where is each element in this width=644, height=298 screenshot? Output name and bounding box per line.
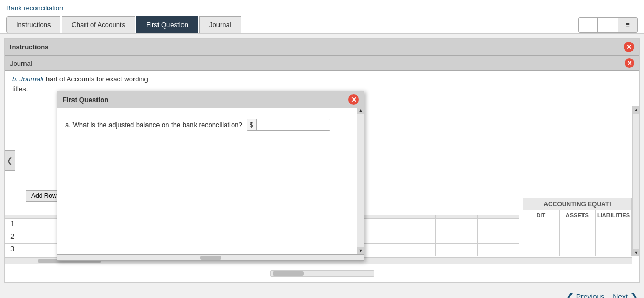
previous-label: Previous (576, 293, 604, 298)
breadcrumb-link[interactable]: Bank reconciliation (6, 4, 63, 12)
top-bar: Bank reconciliation Instructions Chart o… (0, 0, 644, 34)
modal-scrollbar[interactable]: ▲ ▼ (357, 107, 364, 254)
col-credit-header (478, 215, 519, 218)
modal-scroll-up[interactable]: ▲ (357, 107, 364, 114)
modal-header: First Question ✕ (57, 91, 364, 108)
right-scrollbar[interactable]: ▲ ▼ (632, 106, 639, 256)
modal-body: a. What is the adjusted balance on the b… (57, 108, 364, 254)
toolbar-box-1 (579, 18, 598, 32)
journal-close-button[interactable]: ✕ (625, 58, 634, 68)
next-arrow-icon: ❯ (630, 291, 638, 298)
eq-data-row-3 (523, 244, 632, 256)
col-debit-header (436, 215, 478, 218)
eq-data-row-1 (523, 220, 632, 232)
journal-sub-tab-label: Journal (10, 59, 32, 67)
col-dit: DIT (523, 210, 560, 220)
left-panel-arrow[interactable]: ❮ (5, 150, 15, 171)
first-question-modal: First Question ✕ a. What is the adjusted… (57, 91, 364, 261)
modal-scroll-down[interactable]: ▼ (357, 247, 364, 254)
instructions-title: Instructions (10, 43, 48, 51)
prev-arrow-icon: ❮ (566, 291, 574, 298)
menu-lines-icon: ≡ (626, 21, 630, 29)
modal-hscrollbar[interactable] (57, 254, 364, 260)
modal-close-button[interactable]: ✕ (348, 94, 359, 105)
instructions-header: Instructions ✕ (5, 39, 639, 56)
modal-hscroll-thumb (200, 256, 221, 260)
part-b-link[interactable]: b. Journali (12, 75, 43, 83)
dollar-sign: $ (247, 119, 257, 130)
next-button[interactable]: Next ❯ (613, 291, 638, 298)
accounting-equation-section: ACCOUNTING EQUATI DIT ASSETS LIABILITIES (523, 198, 632, 256)
col-num-header (5, 215, 20, 218)
eq-data-row-2 (523, 232, 632, 244)
bottom-hscroll[interactable] (270, 270, 374, 277)
part-b-suffix: hart of Accounts for exact wording of a (46, 75, 150, 83)
main-content: Instructions ✕ Journal ✕ b. Journali har… (4, 38, 640, 283)
tabs-row: Instructions Chart of Accounts First Que… (6, 16, 638, 33)
accounting-eq-columns: DIT ASSETS LIABILITIES (523, 210, 632, 220)
scrollbar-up-arrow[interactable]: ▲ (633, 106, 640, 114)
modal-title: First Question (63, 96, 108, 104)
question-a-label: a. What is the adjusted balance on the b… (65, 121, 242, 129)
titles-text: titles. (12, 85, 28, 93)
adjusted-balance-input[interactable] (257, 119, 330, 130)
tab-first-question[interactable]: First Question (136, 16, 198, 33)
question-a-row: a. What is the adjusted balance on the b… (65, 119, 356, 131)
tab-chart-of-accounts[interactable]: Chart of Accounts (62, 16, 135, 33)
nav-footer: ❮ Previous Next ❯ (0, 287, 644, 298)
dollar-input-wrap: $ (247, 119, 330, 131)
toolbar-menu-icon[interactable]: ≡ (618, 18, 637, 32)
col-assets: ASSETS (560, 210, 596, 220)
accounting-eq-header: ACCOUNTING EQUATI (523, 198, 632, 210)
left-arrow-icon: ❮ (7, 156, 13, 165)
col-liabilities: LIABILITIES (596, 210, 631, 220)
tab-instructions[interactable]: Instructions (6, 16, 60, 33)
previous-button[interactable]: ❮ Previous (566, 291, 604, 298)
next-label: Next (613, 293, 628, 298)
bottom-hscroll-thumb (273, 271, 304, 276)
toolbar-right: ≡ (578, 17, 638, 33)
toolbar-box-2 (599, 18, 617, 32)
scrollbar-down-arrow[interactable]: ▼ (633, 249, 640, 256)
instructions-close-button[interactable]: ✕ (624, 42, 634, 52)
bottom-hscroll-area (5, 264, 639, 282)
tab-journal[interactable]: Journal (199, 16, 241, 33)
